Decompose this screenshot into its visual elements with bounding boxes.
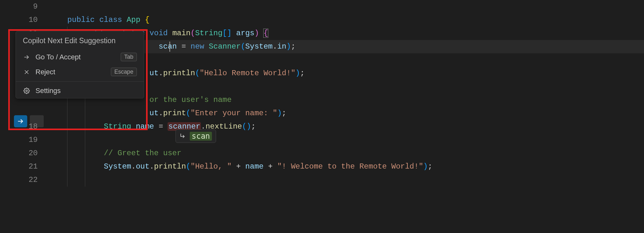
line-number: 10 [0, 13, 49, 27]
reply-arrow-icon [180, 133, 187, 140]
code-editor[interactable]: 9 10 public class App { 11 public static… [0, 0, 644, 233]
line-number: 21 [0, 160, 49, 173]
suggestion-text: scan [190, 132, 212, 141]
settings-button[interactable]: Settings [16, 83, 144, 98]
accept-label: Go To / Accept [35, 53, 116, 61]
keyboard-shortcut: Tab [121, 53, 137, 61]
code-line[interactable]: 10 public class App { [0, 13, 644, 27]
copilot-suggestion-popup: Copilot Next Edit Suggestion Go To / Acc… [16, 31, 144, 98]
svg-point-4 [26, 90, 28, 92]
code-line[interactable]: 22 [0, 173, 644, 187]
close-icon [23, 69, 30, 75]
code-line[interactable]: ut.print("Enter your name: "); [0, 107, 644, 120]
inline-suggestion-popup[interactable]: scan [175, 130, 216, 143]
code-text: ut.print("Enter your name: "); [49, 107, 286, 120]
keyboard-shortcut: Escape [111, 68, 137, 76]
code-line[interactable]: 19 [0, 133, 644, 147]
reject-label: Reject [35, 68, 106, 76]
reject-suggestion-button[interactable]: Reject Escape [16, 64, 144, 79]
code-line[interactable]: 20 // Greet the user [0, 147, 644, 160]
line-number: 20 [0, 147, 49, 160]
line-number: 9 [0, 0, 49, 13]
code-line[interactable]: 18 String name = scanner.nextLine(); [0, 120, 644, 133]
code-text: String name = scanner.nextLine(); [49, 120, 256, 133]
gear-icon [23, 88, 30, 94]
code-text: public class App { [49, 13, 150, 27]
next-edit-gutter-button[interactable] [14, 115, 27, 127]
arrow-right-icon [23, 54, 30, 60]
text-cursor [169, 42, 170, 52]
code-text: // Greet the user [49, 147, 182, 160]
separator [16, 81, 144, 82]
line-number: 22 [0, 173, 49, 187]
code-text: System.out.println("Hello, " + name + "!… [49, 160, 432, 173]
code-line[interactable]: 9 [0, 0, 644, 13]
code-line[interactable]: 21 System.out.println("Hello, " + name +… [0, 160, 644, 173]
settings-label: Settings [35, 87, 137, 95]
arrow-right-icon [17, 118, 24, 125]
line-number: 19 [0, 133, 49, 147]
accept-suggestion-button[interactable]: Go To / Accept Tab [16, 50, 144, 64]
popup-title: Copilot Next Edit Suggestion [16, 31, 144, 50]
